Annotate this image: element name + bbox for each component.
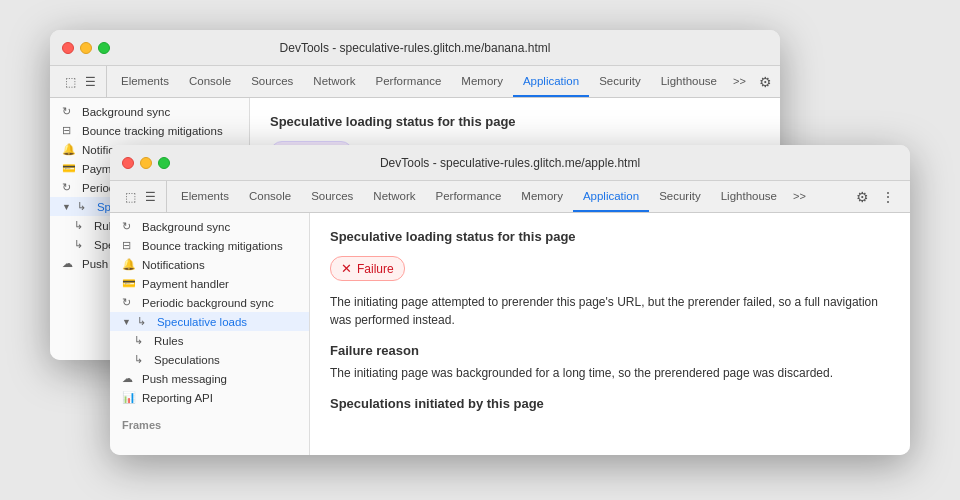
minimize-button-back[interactable] (80, 42, 92, 54)
sidebar-speculations-front[interactable]: ↳ Speculations (110, 350, 309, 369)
tab-network-back[interactable]: Network (303, 66, 365, 97)
inspect-icon-back[interactable]: ⬚ (62, 74, 78, 90)
payment-icon-back: 💳 (62, 162, 76, 175)
device-icon-back[interactable]: ☰ (82, 74, 98, 90)
tab-more-front[interactable]: >> (787, 181, 812, 212)
tab-bar-back: ⬚ ☰ Elements Console Sources Network Per… (50, 66, 780, 98)
window-title-front: DevTools - speculative-rules.glitch.me/a… (380, 156, 640, 170)
sidebar-bounce-tracking-back[interactable]: ⊟ Bounce tracking mitigations (50, 121, 249, 140)
tab-security-back[interactable]: Security (589, 66, 651, 97)
push-icon-front: ☁ (122, 372, 136, 385)
sidebar-rules-label-front: Rules (154, 335, 183, 347)
devtools-window-front: DevTools - speculative-rules.glitch.me/a… (110, 145, 910, 455)
tab-bar-right-front (852, 187, 906, 207)
rules-icon-front: ↳ (134, 334, 148, 347)
devtools-icons-front: ⬚ ☰ (114, 181, 167, 212)
tab-lighthouse-front[interactable]: Lighthouse (711, 181, 787, 212)
more-icon-front[interactable] (878, 187, 898, 207)
sidebar-bgsync-label-front: Background sync (142, 221, 230, 233)
notif-icon-back: 🔔 (62, 143, 76, 156)
tab-application-back[interactable]: Application (513, 66, 589, 97)
speculationsitem-icon-back: ↳ (74, 238, 88, 251)
tab-bar-right-back (756, 72, 780, 92)
devtools-icons-back: ⬚ ☰ (54, 66, 107, 97)
main-area-front: ↻ Background sync ⊟ Bounce tracking miti… (110, 213, 910, 455)
description-front: The initiating page attempted to prerend… (330, 293, 890, 329)
tab-memory-back[interactable]: Memory (451, 66, 513, 97)
gear-icon-front[interactable] (852, 187, 872, 207)
speculationsitem-icon-front: ↳ (134, 353, 148, 366)
payment-icon-front: 💳 (122, 277, 136, 290)
tab-console-back[interactable]: Console (179, 66, 241, 97)
tab-elements-front[interactable]: Elements (171, 181, 239, 212)
title-bar-front: DevTools - speculative-rules.glitch.me/a… (110, 145, 910, 181)
fullscreen-button-back[interactable] (98, 42, 110, 54)
content-panel-front: Speculative loading status for this page… (310, 213, 910, 455)
sidebar-rules-front[interactable]: ↳ Rules (110, 331, 309, 350)
tabs-list-back: Elements Console Sources Network Perform… (107, 66, 756, 97)
tab-network-front[interactable]: Network (363, 181, 425, 212)
sidebar-background-sync-front[interactable]: ↻ Background sync (110, 217, 309, 236)
minimize-button-front[interactable] (140, 157, 152, 169)
sidebar-bounce-label-back: Bounce tracking mitigations (82, 125, 223, 137)
tab-application-front[interactable]: Application (573, 181, 649, 212)
sidebar-reporting-label-front: Reporting API (142, 392, 213, 404)
status-label-front: Failure (357, 262, 394, 276)
sidebar-bounce-tracking-front[interactable]: ⊟ Bounce tracking mitigations (110, 236, 309, 255)
window-title-back: DevTools - speculative-rules.glitch.me/b… (280, 41, 551, 55)
section-title-front: Speculative loading status for this page (330, 229, 890, 244)
tab-lighthouse-back[interactable]: Lighthouse (651, 66, 727, 97)
tab-elements-back[interactable]: Elements (111, 66, 179, 97)
sync-icon-front: ↻ (122, 220, 136, 233)
tab-memory-front[interactable]: Memory (511, 181, 573, 212)
sidebar-push-label-front: Push messaging (142, 373, 227, 385)
sidebar-periodic-label-front: Periodic background sync (142, 297, 274, 309)
tabs-list-front: Elements Console Sources Network Perform… (167, 181, 816, 212)
tab-sources-front[interactable]: Sources (301, 181, 363, 212)
spec-icon-back: ↳ (77, 200, 91, 213)
sidebar-notifications-front[interactable]: 🔔 Notifications (110, 255, 309, 274)
close-button-back[interactable] (62, 42, 74, 54)
tab-more-back[interactable]: >> (727, 66, 752, 97)
tab-security-front[interactable]: Security (649, 181, 711, 212)
rules-icon-back: ↳ (74, 219, 88, 232)
tab-performance-back[interactable]: Performance (366, 66, 452, 97)
sidebar-periodic-front[interactable]: ↻ Periodic background sync (110, 293, 309, 312)
failure-reason-text-front: The initiating page was backgrounded for… (330, 364, 890, 382)
push-icon-back: ☁ (62, 257, 76, 270)
sidebar-label-back: Background sync (82, 106, 170, 118)
sidebar-speculations-label-front: Speculations (154, 354, 220, 366)
traffic-lights-front (122, 157, 170, 169)
arrow-icon-back: ▼ (62, 202, 71, 212)
speculations-title-front: Speculations initiated by this page (330, 396, 890, 411)
status-x-icon-front: ✕ (341, 261, 352, 276)
spec-icon-front: ↳ (137, 315, 151, 328)
sidebar-notif-label-front: Notifications (142, 259, 205, 271)
tab-sources-back[interactable]: Sources (241, 66, 303, 97)
periodic-icon-front: ↻ (122, 296, 136, 309)
status-badge-front: ✕ Failure (330, 256, 405, 281)
inspect-icon-front[interactable]: ⬚ (122, 189, 138, 205)
failure-reason-title-front: Failure reason (330, 343, 890, 358)
sidebar-speculative-front[interactable]: ▼ ↳ Speculative loads (110, 312, 309, 331)
device-icon-front[interactable]: ☰ (142, 189, 158, 205)
sidebar-front: ↻ Background sync ⊟ Bounce tracking miti… (110, 213, 310, 455)
title-bar-back: DevTools - speculative-rules.glitch.me/b… (50, 30, 780, 66)
sync-icon-back: ↻ (62, 105, 76, 118)
bounce-icon-front: ⊟ (122, 239, 136, 252)
tab-bar-front: ⬚ ☰ Elements Console Sources Network Per… (110, 181, 910, 213)
traffic-lights-back (62, 42, 110, 54)
sidebar-background-sync-back[interactable]: ↻ Background sync (50, 102, 249, 121)
fullscreen-button-front[interactable] (158, 157, 170, 169)
sidebar-payment-label-front: Payment handler (142, 278, 229, 290)
tab-console-front[interactable]: Console (239, 181, 301, 212)
close-button-front[interactable] (122, 157, 134, 169)
notif-icon-front: 🔔 (122, 258, 136, 271)
sidebar-reporting-front[interactable]: 📊 Reporting API (110, 388, 309, 407)
section-title-back: Speculative loading status for this page (270, 114, 760, 129)
tab-performance-front[interactable]: Performance (426, 181, 512, 212)
gear-icon-back[interactable] (756, 72, 776, 92)
sidebar-spec-label-front: Speculative loads (157, 316, 247, 328)
sidebar-payment-front[interactable]: 💳 Payment handler (110, 274, 309, 293)
sidebar-push-front[interactable]: ☁ Push messaging (110, 369, 309, 388)
